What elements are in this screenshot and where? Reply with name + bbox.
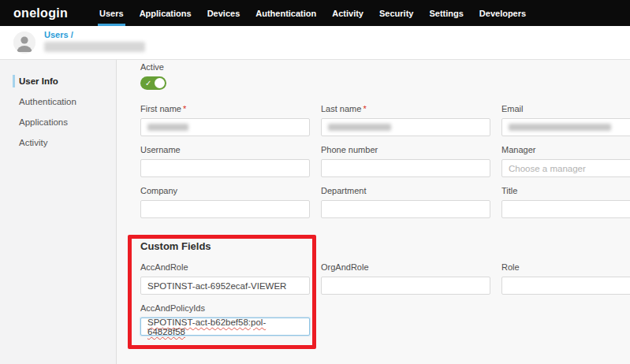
redacted-user-name	[44, 42, 145, 52]
manager-label: Manager	[501, 145, 630, 155]
user-avatar-icon	[13, 32, 35, 54]
first-name-label: First name*	[140, 104, 310, 114]
title-field-group: Title	[501, 186, 630, 218]
nav-item-developers[interactable]: Developers	[472, 0, 534, 26]
title-label: Title	[501, 186, 630, 196]
department-input[interactable]	[321, 200, 490, 218]
organdrole-label: OrgAndRole	[321, 262, 490, 273]
check-icon: ✓	[145, 77, 151, 89]
nav-item-applications[interactable]: Applications	[132, 0, 199, 26]
first-name-input[interactable]	[140, 118, 310, 136]
user-info-form: Active ✓ First name* Last name* Email	[117, 60, 630, 364]
accandpolicyids-input[interactable]: SPOTINST-act-b62bef58:pol-64828f58	[140, 318, 310, 336]
email-field-group: Email	[501, 104, 630, 136]
page-header: Users /	[0, 26, 630, 60]
phone-field-group: Phone number	[321, 145, 490, 177]
department-label: Department	[321, 186, 490, 196]
last-name-input[interactable]	[321, 118, 490, 136]
phone-number-input[interactable]	[321, 159, 490, 177]
role-label: Role	[501, 262, 630, 273]
organdrole-field-group: OrgAndRole	[321, 262, 490, 295]
sidebar-item-applications[interactable]: Applications	[0, 112, 116, 132]
nav-item-settings[interactable]: Settings	[421, 0, 471, 26]
nav-item-activity[interactable]: Activity	[324, 0, 371, 26]
accandrole-label: AccAndRole	[140, 262, 310, 273]
accandpolicyids-label: AccAndPolicyIds	[140, 303, 310, 314]
role-field-group: Role	[501, 262, 630, 295]
username-input[interactable]	[140, 159, 310, 177]
content-area: User Info Authentication Applications Ac…	[0, 60, 630, 364]
company-label: Company	[140, 186, 310, 196]
custom-fields-heading: Custom Fields	[140, 240, 630, 252]
breadcrumb-users-link[interactable]: Users /	[44, 30, 73, 39]
manager-input[interactable]	[501, 159, 630, 177]
main-nav: Users Applications Devices Authenticatio…	[91, 0, 534, 26]
last-name-field-group: Last name*	[321, 104, 490, 136]
manager-field-group: Manager	[501, 145, 630, 177]
email-input[interactable]	[501, 118, 630, 136]
redacted-first-name	[147, 124, 188, 131]
accandpolicyids-value: SPOTINST-act-b62bef58:pol-64828f58	[147, 318, 303, 336]
top-navbar: onelogin Users Applications Devices Auth…	[0, 0, 630, 26]
nav-item-devices[interactable]: Devices	[199, 0, 248, 26]
redacted-last-name	[328, 124, 391, 131]
accandpolicyids-field-group: AccAndPolicyIds SPOTINST-act-b62bef58:po…	[140, 303, 310, 336]
sidebar-item-user-info[interactable]: User Info	[0, 71, 116, 91]
accandrole-field-group: AccAndRole	[140, 262, 310, 295]
organdrole-input[interactable]	[321, 277, 490, 295]
active-label: Active	[140, 62, 630, 72]
nav-item-authentication[interactable]: Authentication	[248, 0, 324, 26]
sidebar: User Info Authentication Applications Ac…	[0, 60, 117, 364]
title-input[interactable]	[501, 200, 630, 218]
nav-item-users[interactable]: Users	[91, 0, 132, 26]
phone-number-label: Phone number	[321, 145, 490, 155]
sidebar-item-authentication[interactable]: Authentication	[0, 91, 116, 112]
required-marker: *	[183, 104, 186, 113]
company-field-group: Company	[140, 186, 310, 218]
role-input[interactable]	[501, 277, 630, 295]
redacted-email	[509, 124, 611, 131]
first-name-field-group: First name*	[140, 104, 310, 136]
username-field-group: Username	[140, 145, 310, 177]
nav-item-security[interactable]: Security	[371, 0, 421, 26]
department-field-group: Department	[321, 186, 490, 218]
username-label: Username	[140, 145, 310, 155]
toggle-knob	[155, 78, 165, 88]
last-name-label: Last name*	[321, 104, 490, 114]
onelogin-logo[interactable]: onelogin	[13, 0, 68, 26]
sidebar-item-activity[interactable]: Activity	[0, 132, 116, 153]
required-marker: *	[363, 104, 366, 113]
accandrole-input[interactable]	[140, 277, 310, 295]
company-input[interactable]	[140, 200, 310, 218]
email-label: Email	[501, 104, 630, 114]
active-toggle[interactable]: ✓	[140, 76, 166, 90]
